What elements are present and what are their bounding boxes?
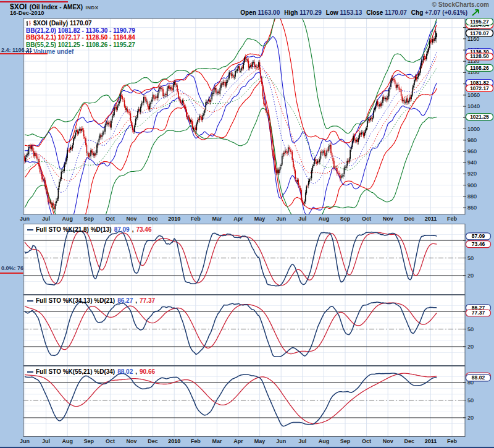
x-axis-month-label: Feb xyxy=(191,216,201,222)
x-axis-month-label: May xyxy=(254,216,266,222)
svg-text:940: 940 xyxy=(467,159,477,166)
x-axis-month-label: May xyxy=(254,438,266,444)
svg-text:1000: 1000 xyxy=(467,126,480,132)
x-axis-month-label: Jun xyxy=(20,438,30,444)
svg-text:50: 50 xyxy=(467,397,474,404)
svg-text:980: 980 xyxy=(467,137,477,143)
svg-text:900: 900 xyxy=(467,182,477,188)
stockcharts-chart-page: $XOI (Oil Index - AMEX) INDX © StockChar… xyxy=(0,0,494,448)
x-axis-month-label: Feb xyxy=(447,216,457,222)
svg-text:73.46: 73.46 xyxy=(472,241,485,247)
x-axis-month-label: Nov xyxy=(383,438,393,444)
svg-text:880: 880 xyxy=(467,193,477,200)
close-value: 1170.07 xyxy=(385,9,407,16)
x-axis-months-top: JunJulAugSepOctNovDec2010FebMarAprMayJun… xyxy=(0,215,494,224)
x-axis-month-label: Oct xyxy=(106,216,115,222)
x-axis-month-label: Dec xyxy=(404,216,415,222)
svg-text:920: 920 xyxy=(467,171,477,177)
svg-text:88.02: 88.02 xyxy=(472,374,485,381)
up-arrow-icon xyxy=(472,9,480,16)
x-axis-month-label: Sep xyxy=(340,216,351,222)
exchange-tag: INDX xyxy=(86,5,99,11)
x-axis-month-label: Oct xyxy=(362,216,371,222)
close-label: Close xyxy=(366,9,383,16)
svg-text:1170.07: 1170.07 xyxy=(470,30,489,36)
x-axis-month-label: Aug xyxy=(319,216,330,222)
svg-text:77.37: 77.37 xyxy=(472,310,485,316)
x-axis-month-label: Nov xyxy=(126,216,136,222)
x-axis-month-label: Dec xyxy=(148,216,158,222)
svg-text:1060: 1060 xyxy=(467,92,480,98)
x-axis-month-label: Jul xyxy=(298,216,306,222)
x-axis-month-label: Nov xyxy=(126,438,136,444)
svg-text:20: 20 xyxy=(467,273,474,279)
x-axis-month-label: Jun xyxy=(276,216,286,222)
svg-text:50: 50 xyxy=(467,255,474,261)
svg-text:960: 960 xyxy=(467,148,477,154)
stochastic-panel-2: 80502086.2777.37 xyxy=(0,295,494,366)
main-price-chart: 8608809009209409609801000102010401060108… xyxy=(0,17,494,215)
svg-text:1072.17: 1072.17 xyxy=(470,85,489,91)
high-label: High xyxy=(284,9,298,16)
x-axis-month-label: Mar xyxy=(212,216,222,222)
x-axis-month-label: Jun xyxy=(276,438,286,444)
chg-value: +7.07 (+0.61%) xyxy=(425,9,467,16)
x-axis-month-label: 2011 xyxy=(425,216,437,222)
x-axis-months-bottom: JunJulAugSepOctNovDec2010FebMarAprMayJun… xyxy=(0,437,494,446)
x-axis-month-label: Mar xyxy=(212,438,222,444)
svg-text:1040: 1040 xyxy=(467,103,480,109)
chart-date: 16-Dec-2010 xyxy=(10,9,44,16)
svg-text:50: 50 xyxy=(467,326,474,332)
x-axis-month-label: 2011 xyxy=(425,438,437,444)
x-axis-month-label: Dec xyxy=(404,438,415,444)
x-axis-month-label: Sep xyxy=(84,438,94,444)
stockcharts-copyright-link[interactable]: © StockCharts.com xyxy=(432,1,489,8)
x-axis-month-label: 2010 xyxy=(168,438,180,444)
x-axis-month-label: Jun xyxy=(20,216,30,222)
svg-text:860: 860 xyxy=(467,205,477,211)
x-axis-month-label: Sep xyxy=(340,438,351,444)
x-axis-month-label: Feb xyxy=(447,438,457,444)
x-axis-month-label: Sep xyxy=(84,216,94,222)
x-axis-month-label: Apr xyxy=(233,438,243,444)
open-label: Open xyxy=(240,9,256,16)
x-axis-month-label: Apr xyxy=(233,216,243,222)
x-axis-month-label: Aug xyxy=(62,216,73,222)
svg-text:1128.50: 1128.50 xyxy=(470,53,489,59)
svg-text:1195.27: 1195.27 xyxy=(470,19,489,25)
svg-text:1021.25: 1021.25 xyxy=(470,114,489,120)
svg-text:1108.26: 1108.26 xyxy=(470,65,489,71)
x-axis-month-label: Feb xyxy=(191,438,201,444)
x-axis-month-label: Jul xyxy=(42,216,50,222)
stochastic-panel-3: 80502090.6688.02 xyxy=(0,366,494,437)
x-axis-month-label: Aug xyxy=(62,438,73,444)
low-label: Low xyxy=(326,9,338,16)
svg-text:20: 20 xyxy=(467,415,474,421)
x-axis-month-label: Nov xyxy=(383,216,393,222)
x-axis-month-label: Jul xyxy=(298,438,306,444)
high-value: 1170.29 xyxy=(299,9,322,16)
svg-text:87.09: 87.09 xyxy=(472,233,485,239)
open-value: 1163.00 xyxy=(258,9,280,16)
x-axis-month-label: Dec xyxy=(148,438,158,444)
x-axis-month-label: 2010 xyxy=(168,216,180,222)
stochastic-panel-1: 80502087.0973.46 xyxy=(0,224,494,295)
chg-label: Chg xyxy=(411,9,423,16)
x-axis-month-label: Jul xyxy=(42,438,50,444)
x-axis-month-label: Oct xyxy=(362,438,371,444)
x-axis-month-label: Aug xyxy=(319,438,330,444)
low-value: 1153.13 xyxy=(340,9,362,16)
ohlc-quote-row: Open 1163.00 High 1170.29 Low 1153.13 Cl… xyxy=(240,9,480,16)
x-axis-month-label: Oct xyxy=(106,438,115,444)
svg-text:20: 20 xyxy=(467,344,474,350)
